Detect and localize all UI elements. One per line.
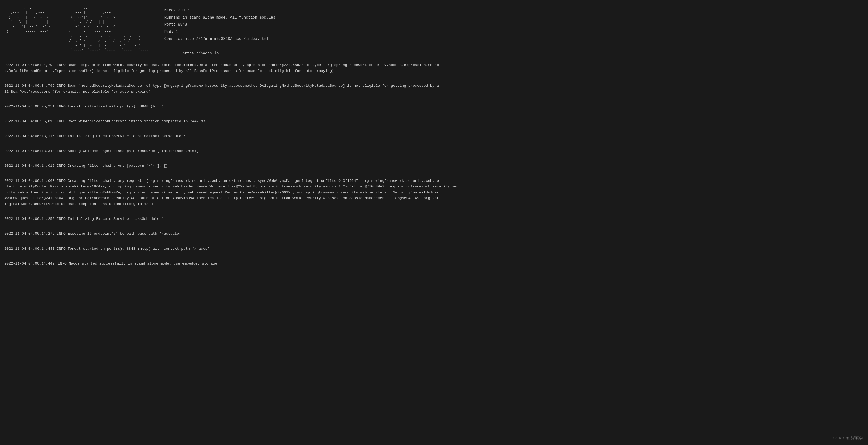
log-entry-1: 2022-11-04 04:06:04,792 INFO Bean 'org.s…	[4, 62, 864, 74]
nacos-ascii-full: ,,--. ,---.|| | ,---. ( `--'|\ | / .-. \…	[67, 5, 151, 53]
watermark: CSDN 中程序员同学	[834, 436, 863, 441]
log-entry-8: 2022-11-04 04:06:14,060 INFO Creating fi…	[4, 178, 864, 207]
log-entry-10: 2022-11-04 04:06:14,276 INFO Exposing 16…	[4, 231, 864, 237]
log-message-last-boxed: INFO Nacos started successfully in stand…	[57, 261, 218, 266]
log-entry-6: 2022-11-04 04:06:13,343 INFO Adding welc…	[4, 148, 864, 154]
log-entry-2: 2022-11-04 04:06:04,799 INFO Bean 'metho…	[4, 83, 864, 95]
log-entry-11: 2022-11-04 04:06:14,441 INFO Tomcat star…	[4, 246, 864, 252]
nacos-big-logo: ,,--. ,---.| | ,---. ( .-'| | / .-. \ `-…	[4, 5, 51, 34]
log-entry-5: 2022-11-04 04:06:13,115 INFO Initializin…	[4, 133, 864, 139]
log-entry-9: 2022-11-04 04:06:14,252 INFO Initializin…	[4, 216, 864, 222]
log-entry-7: 2022-11-04 04:06:14,012 INFO Creating fi…	[4, 163, 864, 169]
log-entry-4: 2022-11-04 04:06:05,810 INFO Root WebApp…	[4, 118, 864, 125]
log-entry-last: 2022-11-04 04:06:14,449 INFO Nacos start…	[4, 261, 864, 267]
terminal-container: ,,--. ,---.| | ,---. ( .-'| | / .-. \ `-…	[4, 3, 864, 445]
logo-and-info: ,,--. ,---.|| | ,---. ( `--'|\ | / .-. \…	[67, 5, 276, 57]
log-entry-3: 2022-11-04 04:06:05,251 INFO Tomcat init…	[4, 104, 864, 110]
log-timestamp-last: 2022-11-04 04:06:14,449	[4, 262, 57, 266]
log-output: 2022-11-04 04:06:04,792 INFO Bean 'org.s…	[4, 62, 864, 266]
startup-info-block: Nacos 2.0.2 Running in stand alone mode,…	[164, 5, 276, 57]
ascii-art-section: ,,--. ,---.| | ,---. ( .-'| | / .-. \ `-…	[4, 3, 864, 57]
